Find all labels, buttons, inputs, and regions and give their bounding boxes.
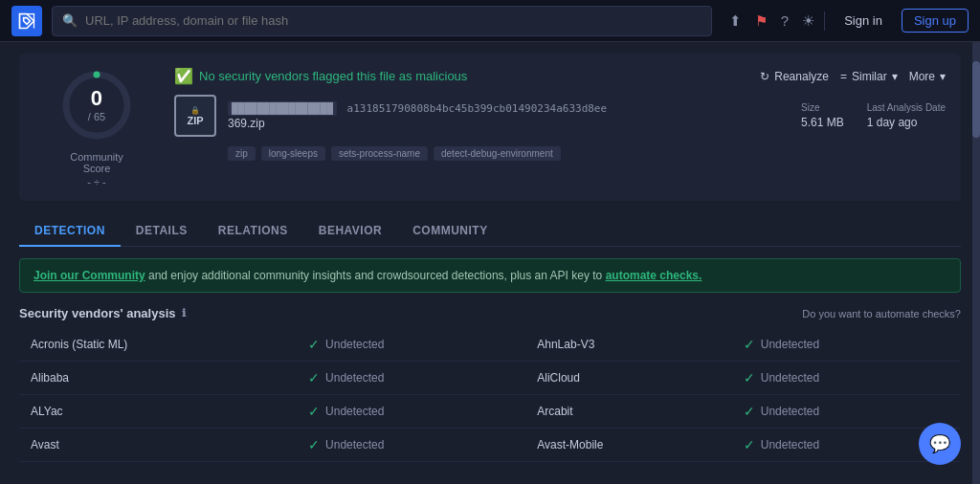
info-icon[interactable]: ℹ <box>182 307 186 319</box>
status-actions: ↻ Reanalyze = Similar ▾ More ▾ <box>760 70 946 83</box>
table-row: Alibaba ✓ Undetected AliCloud ✓ Undetect… <box>19 362 961 395</box>
vendor-name: AliCloud <box>525 362 732 395</box>
tab-detection[interactable]: DETECTION <box>19 216 121 247</box>
reanalyze-icon: ↻ <box>760 70 769 83</box>
more-chevron: ▾ <box>940 70 946 83</box>
undetected-icon: ✓ <box>744 337 755 352</box>
status-text: No security vendors flagged this file as… <box>199 69 467 83</box>
vendor-result: ✓ Undetected <box>732 362 961 394</box>
signin-button[interactable]: Sign in <box>835 10 892 32</box>
vendor-name: AhnLab-V3 <box>525 328 732 362</box>
settings-icon[interactable]: ☀ <box>802 12 814 30</box>
hash-info: ████████████████ a131851790808b4bc45b399… <box>228 102 790 130</box>
upload-icon[interactable]: ⬆ <box>729 12 742 30</box>
help-icon[interactable]: ? <box>781 12 789 29</box>
file-card: 0 / 65 Community Score - ÷ - ✅ No securi… <box>19 54 961 201</box>
file-size: Size 5.61 MB <box>801 102 844 129</box>
tab-relations[interactable]: RELATIONS <box>203 216 303 247</box>
hash-text: ████████████████ a131851790808b4bc45b399… <box>228 102 790 115</box>
vendor-result: ✓ Undetected <box>297 429 525 461</box>
banner-mid-text: and enjoy additional community insights … <box>145 269 606 282</box>
tab-details[interactable]: DETAILS <box>121 216 203 247</box>
hash-row: 🔒 ZIP ████████████████ a131851790808b4bc… <box>174 95 946 137</box>
undetected-icon: ✓ <box>308 370 320 385</box>
tags-row: ziplong-sleepssets-process-namedetect-de… <box>228 146 946 161</box>
vendor-name: Avast-Mobile <box>525 429 732 462</box>
undetected-icon: ✓ <box>744 404 755 419</box>
score-denom: / 65 <box>88 111 105 122</box>
vendor-name: ALYac <box>19 395 297 429</box>
section-title: Security vendors' analysis ℹ <box>19 306 186 320</box>
file-tag[interactable]: long-sleeps <box>261 146 325 161</box>
top-navigation: 🔍 ⬆ ⚑ ? ☀ Sign in Sign up <box>0 0 980 42</box>
vendor-name: Alibaba <box>19 362 297 395</box>
similar-button[interactable]: = Similar ▾ <box>840 70 898 83</box>
similar-chevron: ▾ <box>892 70 898 83</box>
vendors-table: Acronis (Static ML) ✓ Undetected AhnLab-… <box>19 328 961 462</box>
tab-bar: DETECTIONDETAILSRELATIONSBEHAVIORCOMMUNI… <box>19 216 961 247</box>
tab-behavior[interactable]: BEHAVIOR <box>303 216 397 247</box>
undetected-icon: ✓ <box>744 370 755 385</box>
table-row: Avast ✓ Undetected Avast-Mobile ✓ Undete… <box>19 429 961 462</box>
file-tag[interactable]: zip <box>228 146 256 161</box>
vendor-name: Arcabit <box>525 395 732 429</box>
table-row: ALYac ✓ Undetected Arcabit ✓ Undetected <box>19 395 961 429</box>
undetected-icon: ✓ <box>744 437 755 452</box>
score-section: 0 / 65 Community Score - ÷ - <box>34 67 159 187</box>
main-content: 0 / 65 Community Score - ÷ - ✅ No securi… <box>0 42 980 473</box>
logo[interactable] <box>11 6 42 36</box>
chat-button[interactable]: 💬 <box>919 423 961 465</box>
automate-label: Do you want to automate checks? <box>802 308 961 319</box>
vendor-result: ✓ Undetected <box>732 395 961 428</box>
scrollbar[interactable] <box>972 42 980 484</box>
scrollbar-thumb[interactable] <box>972 61 980 138</box>
reanalyze-button[interactable]: ↻ Reanalyze <box>760 70 829 83</box>
flag-icon[interactable]: ⚑ <box>755 12 768 30</box>
similar-icon: = <box>840 70 847 83</box>
vendor-result: ✓ Undetected <box>297 362 525 394</box>
score-circle: 0 / 65 <box>58 67 135 143</box>
table-row: Acronis (Static ML) ✓ Undetected AhnLab-… <box>19 328 961 362</box>
status-row: ✅ No security vendors flagged this file … <box>174 67 946 85</box>
vendor-result: ✓ Undetected <box>297 328 525 361</box>
join-community-link[interactable]: Join our Community <box>33 269 145 282</box>
meta-block: Size 5.61 MB Last Analysis Date 1 day ag… <box>801 102 946 129</box>
signup-button[interactable]: Sign up <box>902 9 969 33</box>
logo-icon <box>17 11 36 31</box>
analysis-date: Last Analysis Date 1 day ago <box>867 102 946 129</box>
more-button[interactable]: More ▾ <box>909 70 946 83</box>
section-header: Security vendors' analysis ℹ Do you want… <box>19 306 961 320</box>
vendor-result: ✓ Undetected <box>732 328 961 361</box>
check-circle-icon: ✅ <box>174 67 193 85</box>
file-details: ✅ No security vendors flagged this file … <box>174 67 946 161</box>
file-type-icon: 🔒 ZIP <box>174 95 216 137</box>
file-tag[interactable]: detect-debug-environment <box>434 146 561 161</box>
search-bar[interactable]: 🔍 <box>52 6 712 36</box>
search-input[interactable] <box>85 13 702 28</box>
file-tag[interactable]: sets-process-name <box>331 146 428 161</box>
status-ok: ✅ No security vendors flagged this file … <box>174 67 467 85</box>
score-number: 0 <box>88 88 105 109</box>
vendor-result: ✓ Undetected <box>297 395 525 428</box>
community-banner: Join our Community and enjoy additional … <box>19 258 961 293</box>
automate-checks-link[interactable]: automate checks. <box>606 269 702 282</box>
score-faces: - ÷ - <box>87 176 105 187</box>
undetected-icon: ✓ <box>308 404 320 419</box>
tab-community[interactable]: COMMUNITY <box>397 216 503 247</box>
undetected-icon: ✓ <box>308 437 320 452</box>
filename: 369.zip <box>228 117 790 130</box>
vendor-name: Acronis (Static ML) <box>19 328 297 362</box>
undetected-icon: ✓ <box>308 337 320 352</box>
nav-icons: ⬆ ⚑ ? ☀ <box>729 12 814 30</box>
vendor-name: Avast <box>19 429 297 462</box>
score-title: Community Score <box>70 151 123 174</box>
search-icon: 🔍 <box>62 13 78 28</box>
nav-divider <box>824 11 825 31</box>
